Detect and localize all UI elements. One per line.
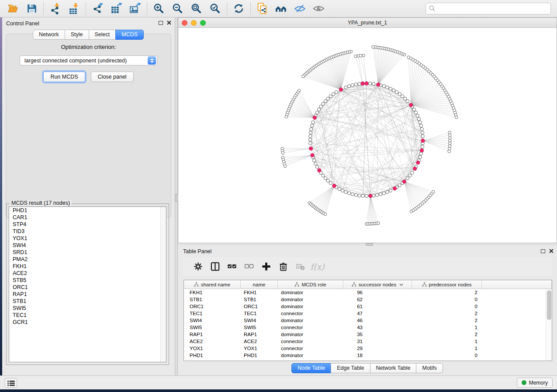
graph-node[interactable] xyxy=(421,139,425,142)
graph-node[interactable] xyxy=(317,108,320,111)
export-image-button[interactable] xyxy=(126,1,145,16)
graph-node[interactable] xyxy=(404,97,407,100)
graph-node[interactable] xyxy=(358,82,361,85)
graph-node[interactable] xyxy=(302,75,305,78)
graph-node[interactable] xyxy=(389,189,392,192)
column-header-name[interactable]: name xyxy=(241,280,278,289)
graph-node[interactable] xyxy=(392,89,395,92)
select-all-rows-button[interactable] xyxy=(224,260,241,273)
graph-node[interactable] xyxy=(411,171,414,174)
graph-node[interactable] xyxy=(315,111,318,114)
graph-node[interactable] xyxy=(413,167,416,170)
table-row[interactable]: ACE2ACE2connector311 xyxy=(184,338,546,345)
graph-node[interactable] xyxy=(318,168,321,172)
graph-node[interactable] xyxy=(412,108,415,111)
graph-node[interactable] xyxy=(315,165,318,168)
graph-node[interactable] xyxy=(407,56,410,59)
graph-node[interactable] xyxy=(368,82,371,85)
graph-node[interactable] xyxy=(358,194,361,197)
mcds-result-item[interactable]: PMA2 xyxy=(9,256,166,263)
graph-node[interactable] xyxy=(332,184,336,188)
tab-select[interactable]: Select xyxy=(89,30,116,40)
graph-node[interactable] xyxy=(312,159,315,162)
export-table-button[interactable] xyxy=(107,1,126,16)
graph-node[interactable] xyxy=(354,55,357,58)
close-panel-icon[interactable] xyxy=(549,249,554,253)
graph-node[interactable] xyxy=(449,142,452,145)
graph-node[interactable] xyxy=(308,138,311,141)
table-row[interactable]: STB1STB1dominator620 xyxy=(184,296,546,303)
table-row[interactable]: PHD1PHD1dominator180 xyxy=(184,352,546,359)
graph-node[interactable] xyxy=(326,179,329,182)
graph-node[interactable] xyxy=(319,105,322,108)
graph-node[interactable] xyxy=(329,182,332,185)
mcds-result-item[interactable]: STB5 xyxy=(9,277,166,284)
table-scrollbar[interactable] xyxy=(546,289,552,361)
graph-node[interactable] xyxy=(361,82,364,85)
show-all-button[interactable] xyxy=(309,1,328,16)
graph-node[interactable] xyxy=(332,93,335,96)
graph-node[interactable] xyxy=(354,83,357,86)
column-header-shared-name[interactable]: shared name xyxy=(184,280,241,289)
graph-node[interactable] xyxy=(386,190,389,193)
graph-node[interactable] xyxy=(448,131,451,134)
graph-node[interactable] xyxy=(351,193,354,196)
graph-node[interactable] xyxy=(369,194,372,198)
graph-node[interactable] xyxy=(419,124,422,127)
list-scrollbar-track[interactable] xyxy=(160,207,166,362)
graph-node[interactable] xyxy=(408,174,412,177)
float-panel-icon[interactable] xyxy=(159,21,163,25)
graph-node[interactable] xyxy=(409,103,413,107)
graph-node[interactable] xyxy=(449,139,452,142)
minimize-window-button[interactable] xyxy=(191,20,197,26)
zoom-fit-button[interactable] xyxy=(187,1,206,16)
graph-node[interactable] xyxy=(347,192,350,195)
mcds-result-item[interactable]: ACE2 xyxy=(9,270,166,277)
export-network-button[interactable] xyxy=(88,1,107,16)
graph-node[interactable] xyxy=(448,134,451,137)
graph-node[interactable] xyxy=(329,95,332,98)
tab-network[interactable]: Network xyxy=(33,30,65,40)
graph-node[interactable] xyxy=(420,127,423,131)
graph-node[interactable] xyxy=(309,131,312,134)
tab-network-table[interactable]: Network Table xyxy=(370,363,417,373)
graph-node[interactable] xyxy=(285,115,288,118)
tab-mcds[interactable]: MCDS xyxy=(115,30,144,40)
table-row[interactable]: ORC1ORC1dominator610 xyxy=(184,303,546,310)
graph-node[interactable] xyxy=(386,86,389,89)
graph-node[interactable] xyxy=(389,87,392,90)
close-panel-icon[interactable] xyxy=(167,21,171,25)
graph-node[interactable] xyxy=(416,161,420,164)
graph-node[interactable] xyxy=(309,147,312,150)
graph-node[interactable] xyxy=(324,177,327,180)
show-task-history-button[interactable] xyxy=(5,378,17,388)
graph-node[interactable] xyxy=(417,117,420,120)
zoom-in-button[interactable] xyxy=(149,1,168,16)
graph-node[interactable] xyxy=(314,162,317,165)
graph-node[interactable] xyxy=(406,100,409,103)
graph-node[interactable] xyxy=(361,194,364,197)
graph-node[interactable] xyxy=(313,116,316,119)
column-header-successor-nodes[interactable]: successor nodes xyxy=(343,280,412,289)
graph-node[interactable] xyxy=(432,190,435,193)
apply-layout-button[interactable] xyxy=(229,1,248,16)
column-header-MCDS-role[interactable]: MCDS role xyxy=(278,280,343,289)
graph-node[interactable] xyxy=(448,147,451,150)
graph-node[interactable] xyxy=(326,97,329,100)
show-column-panel-button[interactable] xyxy=(207,260,224,273)
graph-node[interactable] xyxy=(406,177,409,180)
table-row[interactable]: RAP1RAP1dominator352 xyxy=(184,331,546,338)
graph-node[interactable] xyxy=(359,54,362,57)
graph-node[interactable] xyxy=(310,127,313,131)
graph-node[interactable] xyxy=(419,152,422,155)
graph-node[interactable] xyxy=(284,165,287,168)
zoom-out-button[interactable] xyxy=(168,1,187,16)
graph-node[interactable] xyxy=(372,194,375,197)
table-row[interactable]: SWI4SWI4dominator462 xyxy=(184,317,546,324)
mcds-result-item[interactable]: FKH1 xyxy=(9,263,166,270)
tab-style[interactable]: Style xyxy=(65,30,89,40)
close-window-button[interactable] xyxy=(182,20,187,26)
import-network-button[interactable] xyxy=(46,1,65,16)
delete-column-button[interactable] xyxy=(275,260,292,273)
graph-node[interactable] xyxy=(421,131,424,134)
